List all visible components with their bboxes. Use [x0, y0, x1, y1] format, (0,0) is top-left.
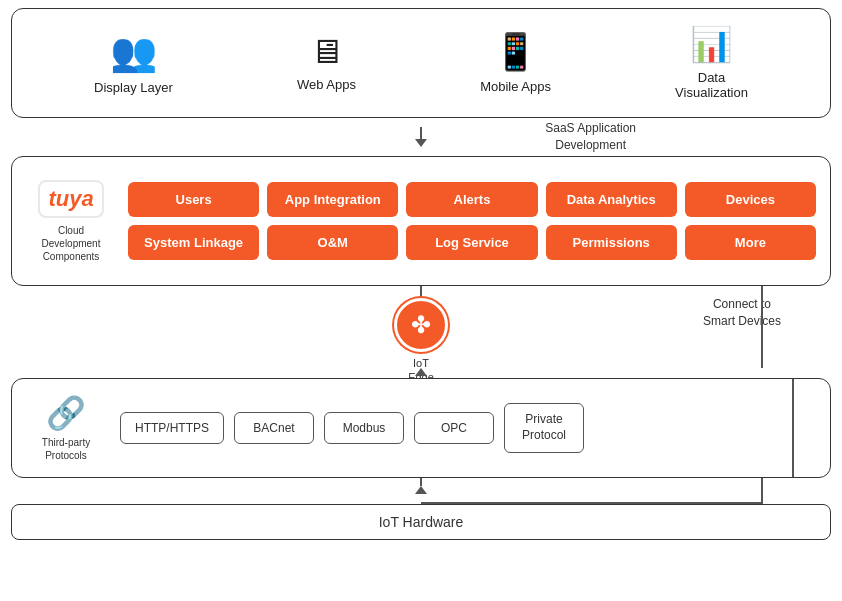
mobile-apps-item: 📱 Mobile Apps	[480, 31, 551, 94]
cloud-buttons-grid: Users App Integration Alerts Data Analyt…	[128, 182, 816, 260]
third-party-protocols-brand: 🔗 Third-partyProtocols	[26, 394, 106, 462]
http-protocol: HTTP/HTTPS	[120, 412, 224, 444]
iot-hardware-section: IoT Hardware	[11, 504, 831, 540]
permissions-button[interactable]: Permissions	[546, 225, 677, 260]
opc-protocol: OPC	[414, 412, 494, 444]
protocol-layer: 🔗 Third-partyProtocols HTTP/HTTPS BACnet…	[11, 378, 831, 478]
saas-arrow	[415, 127, 427, 147]
mobile-apps-icon: 📱	[493, 31, 538, 73]
users-button[interactable]: Users	[128, 182, 259, 217]
display-icon: 👥	[110, 30, 157, 74]
tuya-label: CloudDevelopmentComponents	[42, 224, 101, 263]
iot-hardware-label: IoT Hardware	[379, 514, 464, 530]
web-apps-icon: 🖥	[309, 32, 343, 71]
chain-icon: 🔗	[46, 394, 86, 432]
protocol-up-arrow	[11, 368, 831, 376]
right-vertical-line-bottom	[761, 478, 763, 504]
system-linkage-button[interactable]: System Linkage	[128, 225, 259, 260]
display-layer-item: 👥 Display Layer	[94, 30, 173, 95]
bottom-arrow-row	[11, 478, 831, 504]
third-party-label: Third-partyProtocols	[42, 436, 90, 462]
web-apps-label: Web Apps	[297, 77, 356, 92]
log-service-button[interactable]: Log Service	[406, 225, 537, 260]
data-visualization-label: DataVisualization	[675, 70, 748, 100]
data-visualization-icon: 📊	[690, 24, 732, 64]
saas-label: SaaS ApplicationDevelopment	[545, 120, 636, 154]
data-visualization-item: 📊 DataVisualization	[675, 24, 748, 100]
display-layer-section: 👥 Display Layer 🖥 Web Apps 📱 Mobile Apps…	[11, 8, 831, 118]
edge-gateway-section: ✤ IoTEdgeGateway Connect toSmart Devices	[11, 286, 831, 368]
edge-gateway-circle: ✤	[394, 298, 448, 352]
om-button[interactable]: O&M	[267, 225, 398, 260]
modbus-protocol: Modbus	[324, 412, 404, 444]
cloud-development-layer: tuya CloudDevelopmentComponents Users Ap…	[11, 156, 831, 286]
data-analytics-button[interactable]: Data Analytics	[546, 182, 677, 217]
saas-arrow-row: SaaS ApplicationDevelopment	[11, 118, 831, 156]
display-layer-label: Display Layer	[94, 80, 173, 95]
right-vertical-line-proto	[792, 379, 794, 477]
private-protocol: PrivateProtocol	[504, 403, 584, 452]
tuya-brand: tuya CloudDevelopmentComponents	[26, 180, 116, 263]
connect-label: Connect toSmart Devices	[703, 296, 781, 330]
bottom-horizontal-line	[421, 502, 763, 504]
alerts-button[interactable]: Alerts	[406, 182, 537, 217]
mobile-apps-label: Mobile Apps	[480, 79, 551, 94]
protocol-items-list: HTTP/HTTPS BACnet Modbus OPC PrivateProt…	[120, 403, 816, 452]
tuya-logo: tuya	[38, 180, 103, 218]
more-button[interactable]: More	[685, 225, 816, 260]
web-apps-item: 🖥 Web Apps	[297, 32, 356, 92]
bacnet-protocol: BACnet	[234, 412, 314, 444]
devices-button[interactable]: Devices	[685, 182, 816, 217]
app-integration-button[interactable]: App Integration	[267, 182, 398, 217]
protocol-section: 🔗 Third-partyProtocols HTTP/HTTPS BACnet…	[11, 368, 831, 478]
right-vertical-line-mid	[761, 286, 763, 368]
